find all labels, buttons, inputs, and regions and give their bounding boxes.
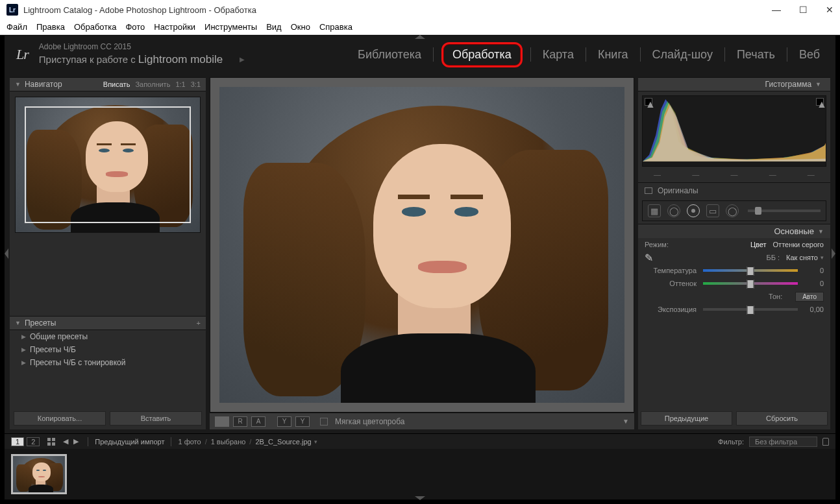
zoom-fit[interactable]: Вписать <box>103 80 130 88</box>
collapse-left-icon[interactable] <box>5 248 8 259</box>
grad-tool[interactable]: ▭ <box>706 204 719 217</box>
module-slideshow[interactable]: Слайд-шоу <box>649 45 717 64</box>
window-titlebar: Lr Lightroom Catalog - Adobe Photoshop L… <box>0 0 840 19</box>
redeye-tool[interactable] <box>687 204 700 217</box>
menu-develop[interactable]: Обработка <box>74 22 117 32</box>
basic-header[interactable]: Основные▼ <box>638 224 830 238</box>
module-print[interactable]: Печать <box>733 45 779 64</box>
add-preset-button[interactable]: + <box>197 319 201 327</box>
spot-tool[interactable]: ◯ <box>667 204 680 217</box>
menu-file[interactable]: Файл <box>6 22 27 32</box>
exposure-label: Экспозиция <box>645 306 703 313</box>
reset-button[interactable]: Сбросить <box>736 411 828 426</box>
treatment-color[interactable]: Цвет <box>750 241 767 248</box>
collapse-top-icon[interactable] <box>415 35 425 39</box>
before-after-r-button[interactable]: R <box>233 416 247 427</box>
histogram-header[interactable]: Гистограмма ▼ <box>638 77 830 91</box>
eyedropper-icon[interactable]: ✎ <box>645 252 660 264</box>
right-panel: Гистограмма ▼ ▲ ▲ ————— Оригиналы ▦ ◯ <box>638 77 830 429</box>
preset-folder[interactable]: ▶Пресеты Ч/Б <box>10 343 206 356</box>
exposure-value[interactable]: 0,00 <box>798 306 824 313</box>
originals-row[interactable]: Оригиналы <box>638 182 830 198</box>
menu-photo[interactable]: Фото <box>125 22 145 32</box>
tool-strip: ▦ ◯ ▭ ◯ <box>642 200 826 221</box>
photo-count: 1 фото <box>178 438 201 446</box>
temperature-slider[interactable] <box>703 269 798 272</box>
module-web[interactable]: Веб <box>795 45 824 64</box>
close-button[interactable]: ✕ <box>826 5 834 15</box>
maximize-button[interactable]: ☐ <box>799 5 808 15</box>
wb-dropdown[interactable]: Как снято <box>786 254 818 261</box>
previous-button[interactable]: Предыдущие <box>641 411 732 426</box>
navigator-frame[interactable] <box>25 106 191 223</box>
zoom-fill[interactable]: Заполнить <box>135 80 170 88</box>
center-panel: R A Y Y Мягкая цветопроба ▼ <box>210 77 634 429</box>
copy-button[interactable]: Копировать... <box>14 411 106 426</box>
navigator-preview[interactable] <box>15 97 201 233</box>
brand-version: Adobe Lightroom CC 2015 <box>39 42 245 53</box>
compare-y2-button[interactable]: Y <box>295 416 310 427</box>
exposure-slider[interactable] <box>703 308 798 311</box>
exposure-row: Экспозиция 0,00 <box>638 303 830 316</box>
filter-dropdown[interactable]: Без фильтра <box>749 437 817 447</box>
secondary-display-button[interactable]: 2 <box>27 437 40 446</box>
brand-mobile-text: Приступая к работе с <box>39 53 136 66</box>
filter-lock-icon[interactable] <box>822 438 829 446</box>
module-library[interactable]: Библиотека <box>354 45 425 64</box>
menu-view[interactable]: Вид <box>266 22 282 32</box>
auto-tone-button[interactable]: Авто <box>795 292 824 302</box>
collapse-right-icon[interactable] <box>832 248 835 259</box>
nav-next-icon[interactable]: ▶ <box>73 437 79 446</box>
softproof-checkbox[interactable] <box>320 418 328 426</box>
tint-value[interactable]: 0 <box>798 280 824 287</box>
module-develop[interactable]: Обработка <box>441 42 523 67</box>
filmstrip-header: 1 2 ◀ ▶ Предыдущий импорт 1 фото / 1 выб… <box>5 433 835 449</box>
primary-display-button[interactable]: 1 <box>11 437 24 446</box>
temperature-label: Температура <box>645 267 703 274</box>
crop-tool[interactable]: ▦ <box>648 204 661 217</box>
filmstrip-thumb[interactable] <box>11 454 67 494</box>
treatment-gray[interactable]: Оттенки серого <box>773 241 824 248</box>
nav-prev-icon[interactable]: ◀ <box>63 437 68 446</box>
tint-row: Оттенок 0 <box>638 277 830 290</box>
presets-header[interactable]: ▼ Пресеты + <box>10 316 206 330</box>
menu-help[interactable]: Справка <box>319 22 352 32</box>
chevron-down-icon: ▼ <box>815 81 821 88</box>
wb-label: ББ : <box>766 254 780 261</box>
menu-edit[interactable]: Правка <box>36 22 65 32</box>
filmstrip[interactable] <box>5 449 835 499</box>
image-canvas[interactable] <box>210 77 634 413</box>
identity-bar: Lr Adobe Lightroom CC 2015 Приступая к р… <box>5 36 835 73</box>
menu-settings[interactable]: Настройки <box>154 22 195 32</box>
menu-tools[interactable]: Инструменты <box>204 22 257 32</box>
preset-folder[interactable]: ▶Общие пресеты <box>10 330 206 343</box>
before-after-a-button[interactable]: A <box>251 416 266 427</box>
module-map[interactable]: Карта <box>539 45 578 64</box>
temperature-value[interactable]: 0 <box>798 267 824 274</box>
module-picker: Библиотека Обработка Карта Книга Слайд-ш… <box>354 42 824 67</box>
compare-y1-button[interactable]: Y <box>277 416 291 427</box>
histogram[interactable]: ▲ ▲ <box>642 95 826 167</box>
navigator-header[interactable]: ▼ Навигатор Вписать Заполнить 1:1 3:1 <box>10 77 206 91</box>
menu-window[interactable]: Окно <box>291 22 310 32</box>
brand-mobile-name: Lightroom mobile <box>138 53 223 67</box>
tone-label: Тон: <box>769 293 782 300</box>
grid-icon[interactable] <box>42 438 60 446</box>
toolbar-dropdown-icon[interactable]: ▼ <box>623 418 629 425</box>
chevron-down-icon: ▼ <box>15 320 21 326</box>
collapse-bottom-icon[interactable] <box>415 496 425 500</box>
zoom-1to1[interactable]: 1:1 <box>175 80 185 88</box>
loupe-view-button[interactable] <box>215 416 229 427</box>
source-label[interactable]: Предыдущий импорт <box>95 438 164 446</box>
tint-slider[interactable] <box>703 282 798 285</box>
radial-tool[interactable]: ◯ <box>726 204 739 217</box>
zoom-3to1[interactable]: 3:1 <box>191 80 201 88</box>
softproof-label: Мягкая цветопроба <box>335 417 404 426</box>
brush-size-slider[interactable] <box>748 210 821 212</box>
preset-folder[interactable]: ▶Пресеты Ч/Б с тонировкой <box>10 356 206 369</box>
paste-button[interactable]: Вставить <box>110 411 202 426</box>
selected-count: 1 выбрано <box>211 438 246 446</box>
play-icon[interactable]: ▶ <box>240 55 245 64</box>
minimize-button[interactable]: — <box>772 5 781 15</box>
module-book[interactable]: Книга <box>594 45 632 64</box>
